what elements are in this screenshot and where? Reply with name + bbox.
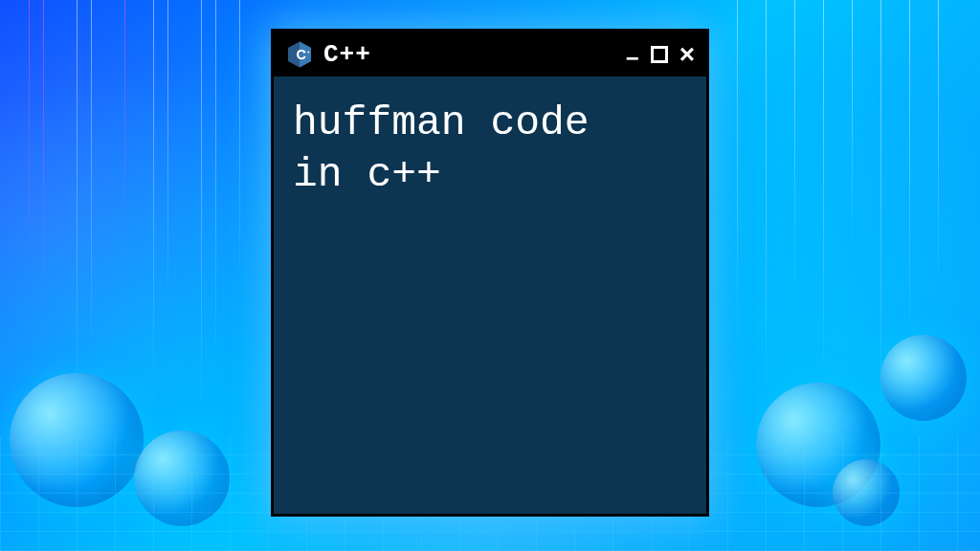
cpp-logo-icon: C + + [285, 40, 314, 69]
window-controls: − × [626, 39, 695, 70]
content-line-2: in c++ [293, 151, 441, 198]
content-line-1: huffman code [293, 99, 590, 146]
svg-text:+: + [303, 50, 306, 55]
titlebar[interactable]: C + + C++ − × [274, 32, 706, 77]
close-button[interactable]: × [679, 41, 695, 68]
maximize-button[interactable] [651, 46, 668, 63]
app-window: C + + C++ − × huffman code in c++ [271, 29, 709, 517]
window-content: huffman code in c++ [274, 77, 706, 222]
minimize-button[interactable]: − [626, 47, 639, 70]
svg-text:+: + [307, 50, 310, 55]
window-title: C++ [323, 40, 616, 69]
sphere-decoration [880, 335, 967, 421]
